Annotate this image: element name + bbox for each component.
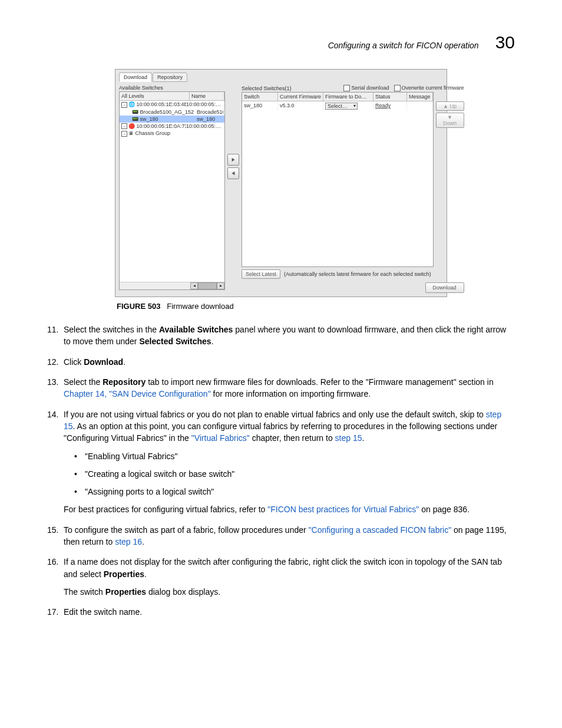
- overwrite-firmware-checkbox[interactable]: Overwrite current firmware: [394, 85, 464, 91]
- figure-label: FIGURE 503: [117, 302, 160, 311]
- cascaded-ficon-fabric-link[interactable]: "Configuring a cascaded FICON fabric": [309, 525, 452, 535]
- chevron-right-icon: [231, 157, 236, 162]
- available-switches-label: Available Switches: [119, 85, 225, 91]
- table-row[interactable]: sw_180 v5.3.0 Select… Ready: [242, 101, 433, 111]
- download-button[interactable]: Download: [425, 282, 464, 293]
- tab-download[interactable]: Download: [119, 73, 152, 82]
- ficon-best-practices-link[interactable]: "FICON best practices for Virtual Fabric…: [267, 505, 419, 514]
- col-current-firmware: Current Firmware: [278, 93, 323, 101]
- list-item: "Enabling Virtual Fabrics": [74, 450, 515, 462]
- status-badge: Ready: [375, 103, 391, 108]
- tree-row[interactable]: -🌐 10:00:00:05:1E:03:4E:B4 10:00:00:05:…: [120, 101, 224, 108]
- down-button[interactable]: ▼ Down: [436, 113, 464, 128]
- scroll-thumb[interactable]: [198, 282, 217, 289]
- col-status: Status: [373, 93, 407, 101]
- chapter-14-link[interactable]: Chapter 14, "SAN Device Configuration": [64, 389, 211, 398]
- tree-row[interactable]: -🔴 10:00:00:05:1E:0A:73:0D 10:00:00:05:…: [120, 123, 224, 130]
- step-12: 12. Click Download.: [47, 356, 515, 368]
- chapter-number: 30: [495, 32, 515, 52]
- list-item: "Creating a logical switch or base switc…: [74, 468, 515, 480]
- col-switch: Switch: [242, 93, 278, 101]
- list-item: "Assigning ports to a logical switch": [74, 486, 515, 498]
- horizontal-scrollbar[interactable]: ◂ ▸: [120, 282, 224, 289]
- step-14: 14. If you are not using virtual fabrics…: [47, 409, 515, 516]
- step-17: 17. Edit the switch name.: [47, 606, 515, 618]
- selected-switches-label: Selected Switches(1): [242, 85, 292, 91]
- figure-title: Firmware download: [167, 302, 233, 311]
- serial-download-checkbox[interactable]: Serial download: [343, 85, 389, 91]
- available-switches-tree[interactable]: All Levels Name -🌐 10:00:00:05:1E:03:4E:…: [119, 91, 225, 290]
- step-15-link[interactable]: step 15: [335, 433, 362, 443]
- tree-row[interactable]: -🖥 Chassis Group: [120, 130, 224, 137]
- figure-caption: FIGURE 503 Firmware download: [117, 302, 445, 311]
- col-firmware-to-download: Firmware to Do…: [323, 93, 373, 101]
- col-all-levels: All Levels: [120, 92, 190, 100]
- step-16: 16. If a name does not display for the s…: [47, 556, 515, 598]
- step-13: 13. Select the Repository tab to import …: [47, 376, 515, 400]
- step-16-link[interactable]: step 16: [115, 537, 142, 546]
- tree-row[interactable]: 📟 Brocade5100_AG_152 Brocade510…: [120, 108, 224, 116]
- step-11: 11. Select the switches in the Available…: [47, 324, 515, 348]
- col-name: Name: [190, 92, 224, 100]
- firmware-download-dialog: Download Repository Available Switches A…: [115, 69, 447, 297]
- page-header: Configuring a switch for FICON operation…: [47, 32, 515, 52]
- up-button[interactable]: ▲ Up: [436, 101, 464, 111]
- select-latest-button[interactable]: Select Latest: [242, 269, 280, 279]
- section-title: Configuring a switch for FICON operation: [328, 41, 479, 50]
- tree-header: All Levels Name: [120, 92, 224, 101]
- move-left-button[interactable]: [227, 167, 239, 179]
- virtual-fabrics-link[interactable]: "Virtual Fabrics": [191, 433, 250, 443]
- tab-repository[interactable]: Repository: [153, 73, 187, 82]
- step-15: 15. To configure the switch as part of a…: [47, 524, 515, 548]
- col-message: Message: [407, 93, 433, 101]
- move-right-button[interactable]: [227, 154, 239, 166]
- chevron-left-icon: [231, 171, 236, 176]
- scroll-right-icon[interactable]: ▸: [217, 282, 224, 289]
- select-latest-note: (Automatically selects latest firmware f…: [284, 271, 431, 277]
- scroll-left-icon[interactable]: ◂: [190, 282, 198, 289]
- selected-switches-table: Switch Current Firmware Firmware to Do… …: [242, 92, 434, 267]
- tree-row-selected[interactable]: 📟 sw_180 sw_180: [120, 116, 224, 123]
- firmware-select-dropdown[interactable]: Select…: [325, 103, 358, 110]
